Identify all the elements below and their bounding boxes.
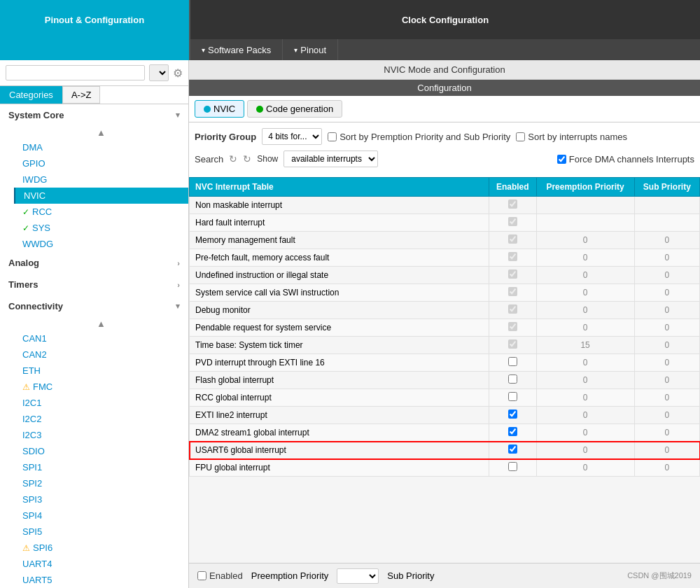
interrupt-sub-priority[interactable]: 0 <box>634 459 699 477</box>
section-analog-header[interactable]: Analog › <box>0 252 188 274</box>
show-select[interactable]: available interrupts all interrupts <box>284 150 378 167</box>
sidebar-item-can1[interactable]: CAN1 <box>14 330 188 346</box>
interrupt-enabled[interactable] <box>489 372 536 389</box>
interrupt-sub-priority[interactable]: 0 <box>634 372 699 389</box>
sidebar-item-fmc[interactable]: ⚠ FMC <box>14 379 188 395</box>
sidebar-item-rcc[interactable]: ✓ RCC <box>14 204 188 220</box>
sidebar-item-uart5[interactable]: UART5 <box>14 572 188 588</box>
interrupt-sub-priority[interactable]: 0 <box>634 354 699 372</box>
gear-icon[interactable]: ⚙ <box>173 66 183 80</box>
interrupt-enabled[interactable] <box>489 267 536 284</box>
scroll-up-arrow[interactable]: ▲ <box>14 126 188 139</box>
sort-premption-label[interactable]: Sort by Premption Priority and Sub Prior… <box>328 132 510 142</box>
sort-premption-checkbox[interactable] <box>328 132 337 141</box>
interrupt-enabled[interactable] <box>489 459 536 477</box>
interrupt-enabled[interactable] <box>489 337 536 354</box>
sort-interrupts-label[interactable]: Sort by interrupts names <box>516 132 627 142</box>
interrupt-preemption[interactable]: 0 <box>536 354 634 372</box>
interrupt-preemption[interactable]: 0 <box>536 232 634 249</box>
tab-categories[interactable]: Categories <box>0 86 62 104</box>
interrupt-preemption[interactable]: 0 <box>536 407 634 424</box>
interrupt-sub-priority[interactable]: 0 <box>634 319 699 337</box>
bottom-preemption-select[interactable] <box>337 568 379 584</box>
section-system-core-header[interactable]: System Core ▾ <box>0 104 188 126</box>
sidebar-item-spi2[interactable]: SPI2 <box>14 475 188 491</box>
interrupt-sub-priority[interactable]: 0 <box>634 442 699 459</box>
sidebar-item-spi6[interactable]: ⚠ SPI6 <box>14 540 188 556</box>
interrupt-preemption[interactable] <box>536 214 634 232</box>
sidebar-item-uart4[interactable]: UART4 <box>14 556 188 572</box>
sidebar-item-can2[interactable]: CAN2 <box>14 346 188 363</box>
interrupt-preemption[interactable]: 0 <box>536 319 634 337</box>
sidebar-item-gpio[interactable]: GPIO <box>14 155 188 172</box>
sidebar-item-spi5[interactable]: SPI5 <box>14 524 188 540</box>
refresh-icon[interactable]: ↻ <box>229 153 237 164</box>
interrupt-preemption[interactable]: 0 <box>536 249 634 267</box>
sidebar-item-spi4[interactable]: SPI4 <box>14 507 188 524</box>
sidebar-item-spi1[interactable]: SPI1 <box>14 459 188 475</box>
info-icon[interactable]: ↻ <box>243 153 251 164</box>
section-connectivity: Connectivity ▾ ▲ CAN1 CAN2 ETH ⚠ FMC I2C… <box>0 295 188 588</box>
sidebar-item-i2c1[interactable]: I2C1 <box>14 395 188 411</box>
sidebar-item-dma[interactable]: DMA <box>14 139 188 155</box>
interrupt-sub-priority[interactable] <box>634 214 699 232</box>
interrupt-enabled[interactable] <box>489 319 536 337</box>
interrupt-sub-priority[interactable]: 0 <box>634 232 699 249</box>
sidebar-item-nvic[interactable]: NVIC <box>14 188 188 204</box>
interrupt-sub-priority[interactable]: 0 <box>634 407 699 424</box>
sidebar-item-sdio[interactable]: SDIO <box>14 443 188 459</box>
connectivity-scroll-up[interactable]: ▲ <box>14 317 188 330</box>
interrupt-preemption[interactable]: 0 <box>536 389 634 407</box>
interrupt-enabled[interactable] <box>489 407 536 424</box>
interrupt-preemption[interactable]: 0 <box>536 267 634 284</box>
interrupt-sub-priority[interactable]: 0 <box>634 302 699 319</box>
sidebar-item-sys[interactable]: ✓ SYS <box>14 220 188 236</box>
interrupt-preemption[interactable]: 0 <box>536 284 634 302</box>
interrupt-preemption[interactable]: 0 <box>536 424 634 442</box>
interrupt-enabled[interactable] <box>489 214 536 232</box>
interrupt-enabled[interactable] <box>489 284 536 302</box>
tab-a-to-z[interactable]: A->Z <box>62 86 101 104</box>
pinout-menu[interactable]: ▾ Pinout <box>283 39 338 60</box>
section-connectivity-header[interactable]: Connectivity ▾ <box>0 295 188 317</box>
interrupt-preemption[interactable]: 0 <box>536 372 634 389</box>
sort-interrupts-checkbox[interactable] <box>516 132 525 141</box>
bottom-enabled-checkbox[interactable] <box>197 571 206 580</box>
interrupt-preemption[interactable] <box>536 197 634 214</box>
interrupt-preemption[interactable]: 15 <box>536 337 634 354</box>
interrupt-preemption[interactable]: 0 <box>536 442 634 459</box>
tab-nvic[interactable]: NVIC <box>195 100 244 118</box>
search-dropdown[interactable] <box>149 64 169 81</box>
section-timers-header[interactable]: Timers › <box>0 274 188 295</box>
force-dma-checkbox[interactable] <box>557 155 566 164</box>
interrupt-sub-priority[interactable]: 0 <box>634 389 699 407</box>
interrupt-enabled[interactable] <box>489 232 536 249</box>
interrupt-enabled[interactable] <box>489 197 536 214</box>
interrupt-enabled[interactable] <box>489 302 536 319</box>
interrupt-enabled[interactable] <box>489 442 536 459</box>
interrupt-sub-priority[interactable]: 0 <box>634 284 699 302</box>
interrupt-enabled[interactable] <box>489 389 536 407</box>
sidebar-item-wwdg[interactable]: WWDG <box>14 236 188 252</box>
interrupt-sub-priority[interactable]: 0 <box>634 249 699 267</box>
bottom-enabled-label[interactable]: Enabled <box>197 570 243 581</box>
interrupt-enabled[interactable] <box>489 249 536 267</box>
sidebar-item-iwdg[interactable]: IWDG <box>14 172 188 188</box>
interrupt-sub-priority[interactable] <box>634 197 699 214</box>
interrupt-enabled[interactable] <box>489 354 536 372</box>
sidebar-item-i2c3[interactable]: I2C3 <box>14 427 188 443</box>
software-packs-menu[interactable]: ▾ Software Packs <box>190 39 283 60</box>
search-input[interactable] <box>6 65 145 80</box>
interrupt-preemption[interactable]: 0 <box>536 302 634 319</box>
sidebar-item-spi3[interactable]: SPI3 <box>14 491 188 507</box>
tab-code-generation[interactable]: Code generation <box>247 100 342 118</box>
sidebar-item-i2c2[interactable]: I2C2 <box>14 411 188 427</box>
sidebar-item-eth[interactable]: ETH <box>14 363 188 379</box>
force-dma-label[interactable]: Force DMA channels Interrupts <box>557 154 694 164</box>
interrupt-sub-priority[interactable]: 0 <box>634 424 699 442</box>
interrupt-enabled[interactable] <box>489 424 536 442</box>
interrupt-preemption[interactable]: 0 <box>536 459 634 477</box>
priority-group-select[interactable]: 4 bits for... <box>262 128 322 145</box>
interrupt-sub-priority[interactable]: 0 <box>634 337 699 354</box>
interrupt-sub-priority[interactable]: 0 <box>634 267 699 284</box>
